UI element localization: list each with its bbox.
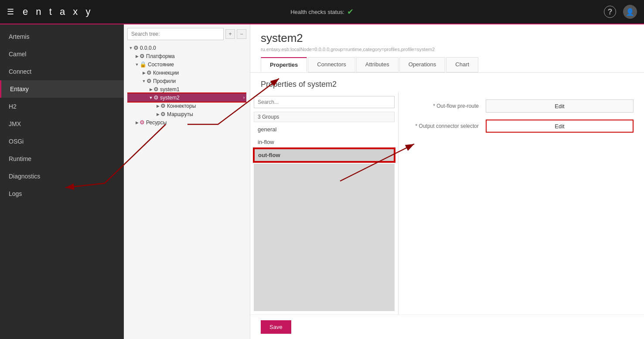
content-header: system2 ru.entaxy.esb:localNode=0.0.0.0,… xyxy=(250,24,644,73)
content-area: system2 ru.entaxy.esb:localNode=0.0.0.0,… xyxy=(250,24,644,339)
groups-empty-area xyxy=(254,164,395,311)
node-icon-routes: ⚙ xyxy=(160,111,166,117)
group-item-in-flow[interactable]: in-flow xyxy=(254,136,395,148)
sidebar-item-artemis[interactable]: Artemis xyxy=(0,28,124,45)
tree-arrow-platform: ▶ xyxy=(134,54,140,58)
sidebar: Artemis Camel Connect Entaxy H2 JMX OSGi… xyxy=(0,24,124,339)
node-label-state: Состояние xyxy=(148,62,174,68)
tree-arrow-state: ▼ xyxy=(134,62,140,67)
field-label-output-connector-selector: * Output connector selector xyxy=(409,123,479,129)
out-flow-pre-route-edit-button[interactable]: Edit xyxy=(486,99,634,113)
tree-arrow-system2: ▼ xyxy=(148,96,153,100)
props-main: 3 Groups general in-flow out-flow * Out-… xyxy=(250,92,644,315)
node-label-root: 0.0.0.0 xyxy=(140,45,156,51)
topbar-actions: ? 👤 xyxy=(604,5,637,19)
node-icon-resources: ⚙ xyxy=(140,119,145,126)
properties-body: Properties of system2 3 Groups general i… xyxy=(250,73,644,315)
tree-collapse-all-button[interactable]: − xyxy=(237,29,246,39)
tree-arrow-routes: ▶ xyxy=(155,112,160,116)
sidebar-item-osgi[interactable]: OSGi xyxy=(0,133,124,150)
avatar[interactable]: 👤 xyxy=(623,5,637,19)
groups-count: 3 Groups xyxy=(254,112,395,122)
tree-node-root[interactable]: ▼ ⚙ 0.0.0.0 xyxy=(127,44,246,52)
groups-panel: 3 Groups general in-flow out-flow xyxy=(250,92,399,315)
help-button[interactable]: ? xyxy=(604,6,616,18)
group-item-out-flow[interactable]: out-flow xyxy=(254,148,395,162)
node-icon-root: ⚙ xyxy=(133,45,139,51)
sidebar-item-entaxy[interactable]: Entaxy xyxy=(0,80,124,98)
tree-node-connections[interactable]: ▶ ⚙ Коннекции xyxy=(127,68,246,77)
tree-arrow-connectors: ▶ xyxy=(155,104,160,108)
node-icon-system1: ⚙ xyxy=(153,86,159,92)
tree-arrow-resources: ▶ xyxy=(134,120,140,125)
node-icon-connectors: ⚙ xyxy=(160,103,166,109)
node-label-connectors: Коннекторы xyxy=(167,103,196,109)
health-label: Health checks status: xyxy=(290,9,344,15)
tab-operations[interactable]: Operations xyxy=(399,57,446,72)
sidebar-item-connect[interactable]: Connect xyxy=(0,63,124,80)
node-icon-profiles: ⚙ xyxy=(147,78,152,84)
node-label-connections: Коннекции xyxy=(153,70,179,76)
tree-arrow-root: ▼ xyxy=(128,46,133,50)
app-logo: e n t a x y xyxy=(23,6,93,17)
tree-panel: + − ▼ ⚙ 0.0.0.0 ▶ ⚙ Платформа ▼ xyxy=(124,24,250,339)
node-icon-state: 🔒 xyxy=(140,61,147,68)
avatar-icon: 👤 xyxy=(626,8,634,16)
tree-expand-all-button[interactable]: + xyxy=(225,29,235,39)
save-section: Save xyxy=(250,315,644,339)
field-row-out-flow-pre-route: * Out-flow pre-route Edit xyxy=(409,99,634,113)
sidebar-item-jmx[interactable]: JMX xyxy=(0,115,124,133)
sidebar-item-runtime[interactable]: Runtime xyxy=(0,150,124,168)
groups-search-input[interactable] xyxy=(254,96,395,108)
main-layout: Artemis Camel Connect Entaxy H2 JMX OSGi… xyxy=(0,24,644,339)
output-connector-selector-edit-button[interactable]: Edit xyxy=(486,120,634,133)
node-label-routes: Маршруты xyxy=(167,111,193,117)
tree-arrow-system1: ▶ xyxy=(148,87,153,92)
health-status: Health checks status: ✔ xyxy=(290,7,354,17)
tree-arrow-profiles: ▼ xyxy=(141,79,147,83)
node-label-system2: system2 xyxy=(160,95,180,101)
menu-icon[interactable]: ☰ xyxy=(7,7,14,17)
fields-panel: * Out-flow pre-route Edit * Output conne… xyxy=(399,92,644,315)
tree-node-state[interactable]: ▼ 🔒 Состояние xyxy=(127,60,246,68)
sidebar-item-camel[interactable]: Camel xyxy=(0,45,124,63)
field-label-out-flow-pre-route: * Out-flow pre-route xyxy=(409,103,479,109)
health-check-icon: ✔ xyxy=(347,7,354,17)
sidebar-item-logs[interactable]: Logs xyxy=(0,185,124,202)
sidebar-item-diagnostics[interactable]: Diagnostics xyxy=(0,168,124,185)
properties-title: Properties of system2 xyxy=(250,73,644,92)
save-button[interactable]: Save xyxy=(261,320,291,334)
tree-arrow-connections: ▶ xyxy=(141,71,147,75)
node-label-system1: system1 xyxy=(160,86,180,92)
group-item-general[interactable]: general xyxy=(254,123,395,136)
page-title: system2 xyxy=(261,31,634,45)
node-icon-connections: ⚙ xyxy=(147,69,152,76)
tree-node-resources[interactable]: ▶ ⚙ Ресурсы xyxy=(127,118,246,127)
sidebar-item-h2[interactable]: H2 xyxy=(0,98,124,115)
tree-node-platform[interactable]: ▶ ⚙ Платформа xyxy=(127,52,246,60)
tab-chart[interactable]: Chart xyxy=(446,57,478,72)
node-label-profiles: Профили xyxy=(153,78,176,84)
tabs-row: Properties Connectors Attributes Operati… xyxy=(261,57,634,72)
tree-node-connectors[interactable]: ▶ ⚙ Коннекторы xyxy=(127,102,246,110)
node-icon-platform: ⚙ xyxy=(140,53,145,59)
tree-node-system1[interactable]: ▶ ⚙ system1 xyxy=(127,85,246,93)
topbar: ☰ e n t a x y Health checks status: ✔ ? … xyxy=(0,0,644,24)
tab-connectors[interactable]: Connectors xyxy=(308,57,355,72)
tree-search-row: + − xyxy=(127,28,246,40)
tab-attributes[interactable]: Attributes xyxy=(356,57,399,72)
tab-properties[interactable]: Properties xyxy=(261,57,307,72)
content-subtitle: ru.entaxy.esb:localNode=0.0.0.0,group=ru… xyxy=(261,47,634,52)
node-label-platform: Платформа xyxy=(146,53,175,59)
tree-chevron-system2: › xyxy=(243,95,246,100)
tree-search-input[interactable] xyxy=(127,28,224,40)
field-row-output-connector-selector: * Output connector selector Edit xyxy=(409,120,634,133)
tree-content: ▼ ⚙ 0.0.0.0 ▶ ⚙ Платформа ▼ 🔒 Состояние xyxy=(127,44,246,336)
tree-node-profiles[interactable]: ▼ ⚙ Профили xyxy=(127,77,246,85)
node-label-resources: Ресурсы xyxy=(146,120,167,126)
node-icon-system2: ⚙ xyxy=(153,94,159,101)
tree-node-routes[interactable]: ▶ ⚙ Маршруты xyxy=(127,110,246,118)
tree-node-system2[interactable]: ▼ ⚙ system2 › xyxy=(127,93,246,102)
